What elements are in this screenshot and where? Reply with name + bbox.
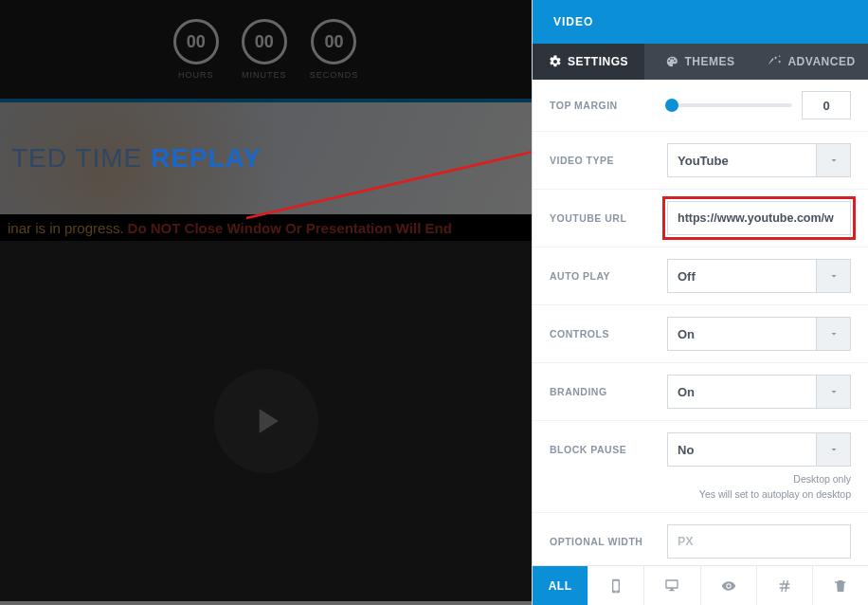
top-margin-slider[interactable] xyxy=(667,103,792,107)
app-root: 00 HOURS 00 MINUTES 00 SECONDS TED TIME … xyxy=(0,0,868,605)
chevron-down-icon xyxy=(816,260,850,292)
block-pause-help: Desktop only Yes will set to autoplay on… xyxy=(533,470,868,513)
device-mobile-button[interactable] xyxy=(588,566,644,605)
tab-settings[interactable]: SETTINGS xyxy=(533,44,644,80)
label-controls: CONTROLS xyxy=(550,328,656,339)
controls-value: On xyxy=(668,318,816,350)
tab-themes[interactable]: THEMES xyxy=(644,44,756,80)
headline-accent: REPLAY xyxy=(151,143,262,173)
label-optional-width: OPTIONAL WIDTH xyxy=(550,536,656,547)
video-type-select[interactable]: YouTube xyxy=(667,143,851,177)
label-top-margin: TOP MARGIN xyxy=(550,100,656,111)
block-pause-value: No xyxy=(668,433,816,466)
top-margin-slider-thumb[interactable] xyxy=(665,99,678,112)
delete-button[interactable] xyxy=(813,566,868,605)
anchor-id-button[interactable] xyxy=(757,566,813,605)
label-auto-play: AUTO PLAY xyxy=(550,270,656,282)
chevron-down-icon xyxy=(816,376,850,408)
youtube-url-input[interactable] xyxy=(667,201,851,235)
sidebar-title: VIDEO xyxy=(533,0,868,44)
count-hours-value: 00 xyxy=(173,19,219,64)
row-block-pause: BLOCK PAUSE No xyxy=(533,421,868,470)
trash-icon xyxy=(833,578,848,594)
count-seconds: 00 SECONDS xyxy=(310,19,359,80)
warning-lead: inar is in progress. xyxy=(8,220,124,236)
count-hours-label: HOURS xyxy=(173,70,219,80)
top-margin-value[interactable] xyxy=(802,91,851,119)
auto-play-value: Off xyxy=(668,260,816,292)
desktop-icon xyxy=(664,578,679,594)
tab-advanced[interactable]: ADVANCED xyxy=(756,44,868,80)
video-type-value: YouTube xyxy=(668,144,816,176)
play-icon xyxy=(245,400,287,442)
tab-themes-label: THEMES xyxy=(684,55,734,68)
device-bar: ALL xyxy=(533,565,868,605)
count-hours: 00 HOURS xyxy=(173,19,219,80)
warning-strip: inar is in progress. Do NOT Close Window… xyxy=(0,214,532,241)
settings-body[interactable]: TOP MARGIN VIDEO TYPE YouTube xyxy=(533,80,868,565)
help-line1: Desktop only xyxy=(793,473,851,485)
palette-icon xyxy=(665,55,678,68)
count-minutes-value: 00 xyxy=(242,19,287,64)
device-all-label: ALL xyxy=(549,579,572,593)
countdown-bar: 00 HOURS 00 MINUTES 00 SECONDS xyxy=(0,0,532,102)
controls-select[interactable]: On xyxy=(667,317,851,351)
row-optional-width: OPTIONAL WIDTH xyxy=(533,513,868,566)
count-minutes: 00 MINUTES xyxy=(242,19,287,80)
sidebar-tabs: SETTINGS THEMES ADVANCED xyxy=(533,44,868,80)
branding-value: On xyxy=(668,376,816,408)
chevron-down-icon xyxy=(816,318,850,350)
count-seconds-label: SECONDS xyxy=(310,70,359,80)
label-youtube-url: YOUTUBE URL xyxy=(550,212,656,224)
eye-icon xyxy=(721,578,736,594)
label-branding: BRANDING xyxy=(550,386,656,397)
row-top-margin: TOP MARGIN xyxy=(533,80,868,132)
headline-lead: TED TIME xyxy=(11,143,151,173)
chevron-down-icon xyxy=(816,144,850,176)
count-seconds-value: 00 xyxy=(311,19,356,64)
help-line2: Yes will set to autoplay on desktop xyxy=(699,488,851,500)
row-auto-play: AUTO PLAY Off xyxy=(533,248,868,305)
hash-icon xyxy=(777,578,792,594)
visibility-button[interactable] xyxy=(701,566,757,605)
wand-icon xyxy=(769,55,782,68)
tab-settings-label: SETTINGS xyxy=(568,55,628,68)
tab-advanced-label: ADVANCED xyxy=(787,55,855,68)
video-player-area[interactable] xyxy=(0,241,532,601)
label-video-type: VIDEO TYPE xyxy=(550,155,656,166)
chevron-down-icon xyxy=(816,433,850,466)
play-button[interactable] xyxy=(214,369,318,473)
row-controls: CONTROLS On xyxy=(533,305,868,363)
auto-play-select[interactable]: Off xyxy=(667,259,851,293)
device-desktop-button[interactable] xyxy=(644,566,700,605)
headline-text: TED TIME REPLAY xyxy=(11,143,262,174)
mobile-icon xyxy=(608,578,624,594)
headline-banner: TED TIME REPLAY xyxy=(0,102,532,214)
row-video-type: VIDEO TYPE YouTube xyxy=(533,132,868,190)
row-youtube-url: YOUTUBE URL xyxy=(533,190,868,248)
device-all-button[interactable]: ALL xyxy=(533,566,588,605)
block-pause-select[interactable]: No xyxy=(667,432,851,467)
settings-sidebar: VIDEO SETTINGS THEMES ADVANCED TOP MARGI… xyxy=(532,0,868,605)
row-branding: BRANDING On xyxy=(533,363,868,421)
warning-danger: Do NOT Close Window Or Presentation Will… xyxy=(128,220,452,236)
branding-select[interactable]: On xyxy=(667,375,851,409)
page-preview: 00 HOURS 00 MINUTES 00 SECONDS TED TIME … xyxy=(0,0,532,605)
label-block-pause: BLOCK PAUSE xyxy=(550,444,656,455)
optional-width-input[interactable] xyxy=(667,524,851,559)
count-minutes-label: MINUTES xyxy=(242,70,287,80)
gear-icon xyxy=(549,55,562,68)
